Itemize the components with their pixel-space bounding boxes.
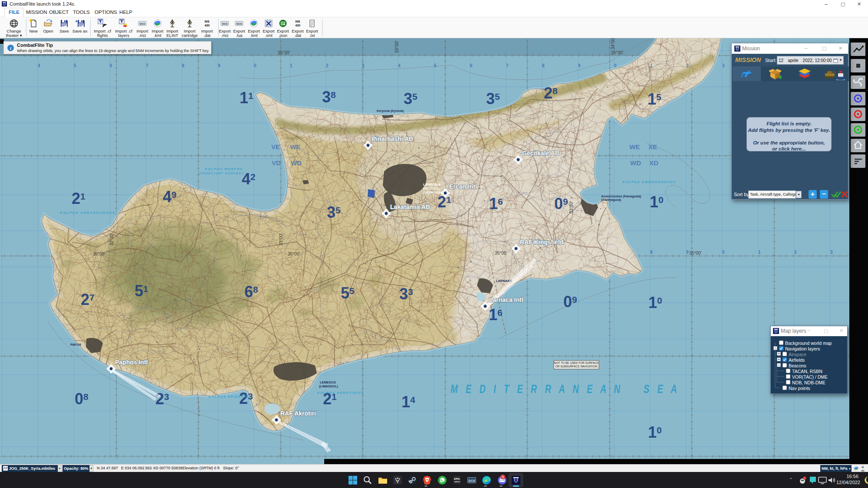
- svg-text:DCS: DCS: [237, 23, 242, 25]
- svg-text:KOLPOS EPISKOPIS: KOLPOS EPISKOPIS: [208, 395, 252, 399]
- svg-text:Larnaca Intl: Larnaca Intl: [489, 296, 523, 303]
- svg-text:35°30': 35°30': [278, 50, 290, 55]
- svg-text:34°00': 34°00': [611, 38, 615, 49]
- svg-text:2: 2: [794, 250, 797, 255]
- svg-text:Ammochostos (Famagusta): Ammochostos (Famagusta): [601, 195, 641, 198]
- svg-text:EPIC: EPIC: [454, 478, 460, 480]
- svg-text:6: 6: [470, 63, 473, 68]
- svg-text:(GÜZELYURT KÖRFEZI): (GÜZELYURT KÖRFEZI): [199, 171, 244, 175]
- svg-text:KOLPOS CHRYSOCHOUS: KOLPOS CHRYSOCHOUS: [60, 211, 115, 215]
- svg-text:32°30': 32°30': [109, 233, 114, 246]
- svg-text:KOLPOS MORFOU: KOLPOS MORFOU: [205, 167, 243, 171]
- svg-text:Ercan Intl: Ercan Intl: [449, 183, 477, 190]
- svg-text:RAF Kingsfield: RAF Kingsfield: [520, 239, 563, 246]
- svg-text:VE: VE: [271, 143, 280, 151]
- svg-text:NOT TO BE USED FOR SURFACE: NOT TO BE USED FOR SURFACE: [554, 361, 599, 364]
- svg-text:WE: WE: [290, 143, 300, 151]
- svg-text:33°30': 33°30': [569, 201, 574, 213]
- svg-text:WE: WE: [629, 143, 640, 151]
- svg-text:2: 2: [686, 63, 689, 68]
- svg-text:1: 1: [758, 250, 761, 255]
- svg-text:Pinarbashi AB: Pinarbashi AB: [372, 135, 413, 142]
- svg-text:0: 0: [722, 250, 725, 255]
- svg-text:VD: VD: [272, 159, 281, 167]
- svg-text:2: 2: [326, 63, 329, 68]
- svg-text:M E D I T E R R A N E A N S: M E D I T E R R A N E A N S E A: [450, 383, 680, 396]
- svg-text:WD: WD: [291, 159, 302, 167]
- svg-text:XE: XE: [648, 143, 657, 151]
- svg-text:1: 1: [290, 63, 293, 68]
- svg-text:5: 5: [74, 63, 76, 68]
- svg-text:430: 430: [295, 24, 300, 27]
- svg-text:8: 8: [182, 63, 184, 68]
- svg-text:1: 1: [650, 63, 653, 68]
- svg-text:KOLPOS AKROTIRIOU: KOLPOS AKROTIRIOU: [317, 391, 364, 395]
- svg-text:4: 4: [38, 63, 40, 68]
- svg-text:33°00': 33°00': [279, 233, 283, 246]
- svg-text:NS: NS: [204, 20, 210, 23]
- svg-text:(Gazimagusa): (Gazimagusa): [601, 198, 621, 202]
- svg-text:NS: NS: [295, 20, 300, 23]
- svg-text:DCS: DCS: [469, 479, 475, 482]
- svg-text:3: 3: [830, 250, 833, 255]
- svg-text:OR SUBSURFACE NAVIGATION: OR SUBSURFACE NAVIGATION: [556, 365, 598, 368]
- svg-text:4: 4: [398, 63, 401, 68]
- svg-text:35°00': 35°00': [495, 251, 507, 255]
- svg-text:PAFOS: PAFOS: [70, 343, 81, 347]
- svg-text:KOLPOS AMMOCHOSTOU: KOLPOS AMMOCHOSTOU: [622, 180, 676, 184]
- svg-text:WD: WD: [630, 159, 641, 167]
- svg-text:5: 5: [434, 63, 437, 68]
- svg-text:(NICOSIA): (NICOSIA): [423, 187, 440, 190]
- svg-text:Lakatamia AB: Lakatamia AB: [390, 203, 430, 210]
- svg-text:9: 9: [218, 63, 220, 68]
- svg-text:35°00': 35°00': [288, 252, 300, 256]
- svg-text:35°00': 35°00': [689, 251, 701, 255]
- svg-text:9: 9: [578, 63, 581, 68]
- svg-text:6: 6: [110, 63, 112, 68]
- svg-text:DCS: DCS: [140, 23, 145, 25]
- svg-text:35°00': 35°00': [93, 252, 105, 256]
- svg-text:GAMES: GAMES: [454, 481, 460, 483]
- svg-text:LEFKOSIA: LEFKOSIA: [423, 183, 441, 187]
- svg-text:3: 3: [362, 63, 365, 68]
- svg-text:0: 0: [614, 63, 617, 68]
- svg-text:7: 7: [506, 63, 509, 68]
- svg-text:35°30': 35°30': [611, 50, 623, 55]
- svg-text:XD: XD: [649, 159, 658, 167]
- svg-text:33°00': 33°00': [395, 41, 399, 53]
- svg-text:0: 0: [254, 63, 256, 68]
- svg-text:9: 9: [686, 250, 689, 255]
- svg-text:8: 8: [542, 63, 545, 68]
- svg-text:8: 8: [650, 250, 653, 255]
- svg-text:3: 3: [722, 63, 725, 68]
- svg-text:Gecitkale AB: Gecitkale AB: [522, 150, 559, 157]
- svg-text:Paphos Intl: Paphos Intl: [115, 359, 148, 366]
- svg-text:(LIMASSOL): (LIMASSOL): [319, 384, 338, 388]
- svg-text:DCS: DCS: [222, 23, 228, 25]
- svg-text:Kerynoia (Kyrenia): Kerynoia (Kyrenia): [377, 109, 404, 113]
- svg-text:430: 430: [204, 24, 210, 27]
- svg-text:7: 7: [146, 63, 148, 68]
- svg-text:LEMESOS: LEMESOS: [320, 380, 336, 384]
- svg-text:RAF Akrotiri: RAF Akrotiri: [280, 410, 316, 417]
